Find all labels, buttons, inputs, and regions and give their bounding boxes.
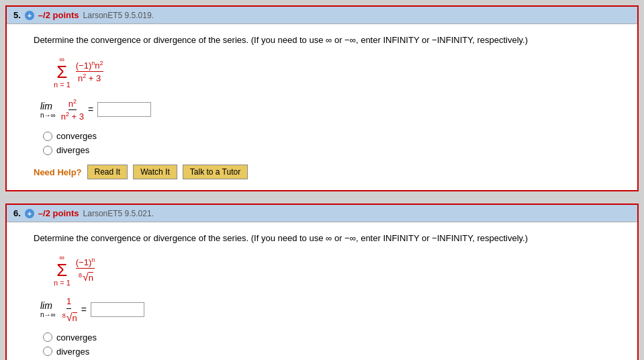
- radio-item-diverges-5: diverges: [43, 145, 617, 155]
- problem-6-header: 6. + –/2 points LarsonET5 9.5.021.: [7, 205, 637, 222]
- series-numerator-5: (−1)nn2: [76, 60, 103, 72]
- lim-numerator-5: n2: [68, 98, 77, 110]
- sigma-block-5: ∞ Σ n = 1: [54, 55, 71, 89]
- lim-numerator-6: 1: [66, 296, 71, 309]
- problem-5-number: 5.: [13, 10, 21, 20]
- radio-group-6: converges diverges: [43, 332, 617, 357]
- root-symbol-6: √: [83, 272, 89, 283]
- lim-denominator-6: 8 √ n: [61, 309, 77, 323]
- problem-5-series: ∞ Σ n = 1 (−1)nn2 n2 + 3: [54, 55, 617, 89]
- series-fraction-5: (−1)nn2 n2 + 3: [76, 60, 103, 84]
- radio-item-converges-6: converges: [43, 332, 617, 343]
- lim-block-6: lim n→∞: [40, 300, 56, 318]
- lim-text-6: lim: [40, 300, 52, 311]
- lim-block-5: lim n→∞: [40, 101, 56, 119]
- radio-item-converges-5: converges: [43, 131, 617, 141]
- lim-text-5: lim: [40, 101, 52, 111]
- problem-5-instruction: Determine the convergence or divergence …: [34, 34, 617, 47]
- problem-6: 6. + –/2 points LarsonET5 9.5.021. Deter…: [5, 204, 639, 360]
- problem-6-instruction: Determine the convergence or divergence …: [34, 232, 617, 245]
- root-content-lim-6: n: [73, 312, 77, 323]
- sigma-char-6: Σ: [56, 261, 67, 279]
- equals-5: =: [88, 104, 93, 115]
- radio-item-diverges-6: diverges: [43, 347, 617, 357]
- lim-sub-6: n→∞: [40, 311, 56, 318]
- series-denominator-6: 8 √ n: [77, 269, 93, 283]
- lim-denominator-5: n2 + 3: [61, 110, 84, 122]
- sigma-block-6: ∞ Σ n = 1: [54, 253, 71, 287]
- label-converges-6: converges: [56, 332, 97, 343]
- series-fraction-6: (−1)n 8 √ n: [76, 257, 95, 283]
- limit-line-5: lim n→∞ n2 n2 + 3 =: [40, 98, 617, 122]
- talk-to-tutor-button-5[interactable]: Talk to a Tutor: [183, 165, 248, 179]
- root-content-6: n: [89, 272, 93, 283]
- problem-5-body: Determine the convergence or divergence …: [7, 24, 637, 190]
- root-index-lim-6: 8: [62, 312, 66, 319]
- expand-icon-5[interactable]: +: [25, 11, 34, 20]
- problem-5-source: LarsonET5 9.5.019.: [83, 11, 154, 20]
- sigma-bottom-6: n = 1: [54, 279, 71, 287]
- nthroot-lim-6: 8 √ n: [62, 312, 77, 323]
- label-diverges-5: diverges: [56, 145, 89, 155]
- watch-it-button-5[interactable]: Watch It: [133, 165, 177, 179]
- label-converges-5: converges: [56, 131, 97, 141]
- root-symbol-lim-6: √: [66, 312, 73, 323]
- sigma-bottom-5: n = 1: [54, 81, 71, 89]
- label-diverges-6: diverges: [56, 347, 89, 357]
- problem-5: 5. + –/2 points LarsonET5 9.5.019. Deter…: [5, 5, 639, 191]
- series-numerator-6: (−1)n: [76, 257, 95, 269]
- lim-sub-5: n→∞: [40, 111, 56, 119]
- problem-6-number: 6.: [13, 208, 21, 218]
- radio-diverges-5[interactable]: [43, 146, 52, 155]
- expand-icon-6[interactable]: +: [25, 209, 34, 218]
- read-it-button-5[interactable]: Read It: [87, 165, 128, 179]
- series-denominator-5: n2 + 3: [78, 72, 101, 83]
- answer-input-6[interactable]: [91, 302, 144, 317]
- equals-6: =: [81, 304, 87, 315]
- lim-fraction-6: 1 8 √ n: [61, 296, 77, 323]
- problem-6-body: Determine the convergence or divergence …: [7, 222, 637, 360]
- radio-converges-6[interactable]: [43, 332, 52, 342]
- answer-input-5[interactable]: [97, 102, 151, 117]
- radio-diverges-6[interactable]: [43, 347, 52, 356]
- radio-converges-5[interactable]: [43, 132, 52, 141]
- problem-6-points: –/2 points: [38, 208, 79, 218]
- problem-5-points: –/2 points: [38, 10, 79, 20]
- nthroot-series-6: 8 √ n: [79, 272, 93, 283]
- root-index-6: 8: [79, 272, 82, 279]
- need-help-5: Need Help?: [34, 167, 82, 177]
- problem-5-header: 5. + –/2 points LarsonET5 9.5.019.: [7, 7, 637, 24]
- radio-group-5: converges diverges: [43, 131, 617, 155]
- help-row-5: Need Help? Read It Watch It Talk to a Tu…: [34, 165, 617, 179]
- problem-6-source: LarsonET5 9.5.021.: [83, 209, 154, 218]
- problem-6-series: ∞ Σ n = 1 (−1)n 8 √ n: [54, 253, 617, 287]
- limit-line-6: lim n→∞ 1 8 √ n =: [40, 296, 617, 323]
- sigma-char-5: Σ: [56, 63, 67, 81]
- lim-fraction-5: n2 n2 + 3: [61, 98, 84, 122]
